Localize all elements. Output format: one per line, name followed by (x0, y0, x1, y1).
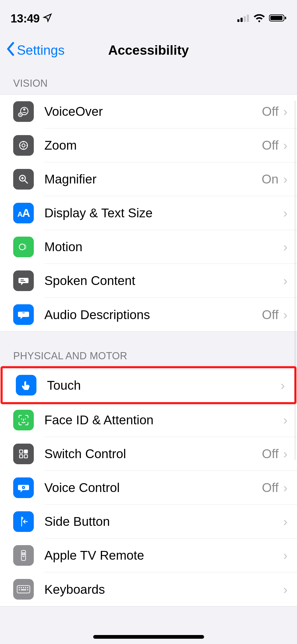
svg-point-36 (24, 553, 25, 554)
svg-rect-6 (285, 17, 286, 19)
svg-rect-27 (20, 450, 23, 453)
svg-rect-46 (19, 589, 20, 590)
audio-desc-icon: ” (13, 304, 34, 325)
svg-point-35 (22, 553, 23, 554)
voice-control-icon (13, 477, 34, 498)
svg-rect-44 (25, 587, 26, 588)
row-label: Touch (47, 378, 81, 393)
svg-rect-39 (22, 556, 25, 557)
row-voice-control[interactable]: Voice Control Off › (0, 471, 297, 505)
highlight-touch: Touch › (1, 366, 296, 404)
svg-point-20 (19, 244, 25, 250)
row-spoken-content[interactable]: Spoken Content › (0, 264, 297, 298)
svg-point-37 (22, 554, 23, 555)
row-voiceover[interactable]: VoiceOver Off › (0, 95, 297, 128)
svg-point-38 (24, 554, 25, 555)
row-status: On (262, 172, 279, 186)
row-label: Audio Descriptions (44, 307, 150, 322)
section-header-physical: PHYSICAL AND MOTOR (0, 332, 297, 367)
svg-rect-48 (27, 589, 28, 590)
row-motion[interactable]: Motion › (0, 230, 297, 264)
svg-point-15 (26, 145, 27, 146)
row-audio-descriptions[interactable]: ” Audio Descriptions Off › (0, 298, 297, 332)
status-left: 13:49 (11, 12, 52, 25)
svg-text:”: ” (22, 311, 25, 317)
row-faceid-attention[interactable]: Face ID & Attention › (0, 403, 297, 437)
svg-rect-22 (21, 281, 25, 282)
chevron-right-icon: › (283, 240, 287, 254)
row-status: Off (262, 447, 279, 461)
chevron-right-icon: › (283, 273, 287, 288)
row-apple-tv-remote[interactable]: Apple TV Remote › (0, 539, 297, 572)
row-touch[interactable]: Touch › (3, 368, 294, 402)
chevron-right-icon: › (283, 307, 287, 322)
row-label: Spoken Content (44, 273, 135, 288)
row-side-button[interactable]: Side Button › (0, 505, 297, 539)
svg-point-9 (18, 113, 22, 117)
svg-rect-28 (24, 450, 27, 453)
svg-point-13 (23, 148, 24, 149)
chevron-right-icon: › (283, 104, 287, 119)
scroll-bar[interactable] (294, 100, 296, 460)
text-size-icon: AA (13, 203, 34, 223)
chevron-right-icon: › (283, 514, 287, 529)
svg-point-32 (23, 487, 24, 488)
svg-rect-29 (20, 455, 23, 458)
row-status: Off (262, 138, 279, 153)
chevron-right-icon: › (281, 378, 285, 393)
magnifier-icon (13, 169, 34, 190)
side-button-icon (13, 511, 34, 532)
svg-rect-21 (21, 279, 24, 280)
motion-icon (13, 237, 34, 257)
faceid-icon (13, 410, 34, 430)
back-label: Settings (17, 43, 65, 58)
svg-point-14 (20, 145, 21, 146)
nav-bar: Settings Accessibility (0, 32, 297, 69)
svg-rect-1 (241, 18, 243, 22)
svg-rect-0 (237, 19, 239, 22)
row-label: Motion (44, 240, 82, 254)
row-display-text-size[interactable]: AA Display & Text Size › (0, 196, 297, 230)
chevron-right-icon: › (283, 206, 287, 220)
voiceover-icon (13, 101, 34, 122)
zoom-icon (13, 135, 34, 156)
row-status: Off (262, 480, 279, 495)
row-label: Side Button (44, 514, 110, 529)
back-button[interactable]: Settings (6, 42, 65, 58)
svg-point-11 (22, 144, 25, 147)
keyboard-icon (13, 579, 34, 600)
chevron-right-icon: › (283, 548, 287, 563)
switch-control-icon (13, 444, 34, 464)
status-right (237, 13, 286, 24)
row-zoom[interactable]: Zoom Off › (0, 128, 297, 162)
row-label: Keyboards (44, 582, 105, 597)
screen: 13:49 Settings Accessibility VI (0, 0, 297, 644)
svg-rect-45 (27, 587, 28, 588)
svg-point-10 (20, 141, 27, 149)
row-label: Magnifier (44, 172, 96, 186)
chevron-right-icon: › (283, 582, 287, 597)
svg-line-17 (25, 181, 28, 183)
row-switch-control[interactable]: Switch Control Off › (0, 437, 297, 471)
svg-rect-41 (19, 587, 20, 588)
row-keyboards[interactable]: Keyboards › (0, 572, 297, 606)
row-label: Zoom (44, 138, 77, 153)
section-header-vision: VISION (0, 69, 297, 94)
svg-point-12 (23, 141, 24, 142)
chevron-right-icon: › (283, 172, 287, 186)
svg-rect-3 (247, 15, 249, 22)
chevron-left-icon (6, 42, 15, 58)
status-bar: 13:49 (0, 0, 297, 32)
svg-point-24 (21, 418, 22, 420)
touch-icon (16, 375, 36, 395)
battery-icon (269, 14, 286, 23)
row-magnifier[interactable]: Magnifier On › (0, 162, 297, 196)
chevron-right-icon: › (283, 138, 287, 153)
row-label: Apple TV Remote (44, 548, 144, 563)
row-label: Display & Text Size (44, 206, 153, 220)
home-indicator (93, 635, 204, 639)
chevron-right-icon: › (283, 447, 287, 461)
wifi-icon (253, 13, 265, 24)
svg-rect-43 (23, 587, 24, 588)
apple-tv-remote-icon (13, 545, 34, 566)
